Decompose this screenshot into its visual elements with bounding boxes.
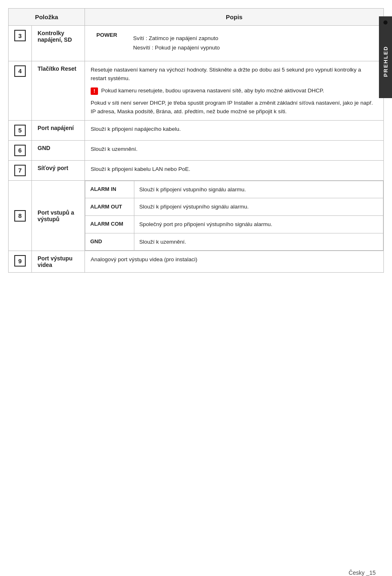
row4-desc: Resetuje nastavení kamery na výchozí hod… (85, 61, 384, 120)
num-badge-3: 3 (14, 30, 26, 41)
alarm-out-desc: Slouží k připojení výstupního signálu al… (134, 198, 383, 216)
side-tab: PREHLED (379, 16, 392, 98)
alarm-row-gnd: GND Slouží k uzemnění. (85, 233, 383, 251)
page-footer: Česky _15 (349, 569, 376, 576)
table-row: 8 Port vstupů a výstupů ALARM IN Slouží … (9, 180, 384, 251)
alarm-table: ALARM IN Slouží k připojení vstupního si… (85, 181, 383, 251)
alarm-gnd-label: GND (85, 233, 134, 251)
col-header-popis: Popis (85, 9, 384, 26)
row8-label: Port vstupů a výstupů (32, 180, 85, 251)
num-badge-4: 4 (14, 65, 26, 77)
alarm-in-desc: Slouží k připojení vstupního signálu ala… (134, 181, 383, 198)
num-badge-6: 6 (14, 145, 26, 156)
power-label: POWER (91, 30, 127, 57)
alarm-row-com: ALARM COM Společný port pro připojení vý… (85, 216, 383, 233)
row6-label: GND (32, 140, 85, 160)
table-row: 5 Port napájení Slouží k připojení napáj… (9, 120, 384, 140)
col-header-item: Položka (9, 9, 85, 26)
warning-icon: ! (91, 87, 98, 95)
row5-desc: Slouží k připojení napájecího kabelu. (85, 120, 384, 140)
page-container: PREHLED Položka Popis 3 Kontrolkynapájen… (0, 8, 392, 576)
table-row: 4 Tlačítko Reset Resetuje nastavení kame… (9, 61, 384, 120)
num-badge-5: 5 (14, 125, 26, 136)
alarm-com-desc: Společný port pro připojení výstupního s… (134, 216, 383, 233)
num-badge-8: 8 (14, 210, 26, 222)
row3-desc: POWER Svítí : Zatímco je napájení zapnut… (85, 26, 384, 61)
alarm-row-in: ALARM IN Slouží k připojení vstupního si… (85, 181, 383, 198)
table-row: 9 Port výstupu videa Analogový port výst… (9, 251, 384, 273)
main-table: Položka Popis 3 Kontrolkynapájení, SD PO… (8, 8, 384, 273)
alarm-out-label: ALARM OUT (85, 198, 134, 216)
alarm-com-label: ALARM COM (85, 216, 134, 233)
side-tab-text: PREHLED (383, 46, 389, 77)
table-row: 3 Kontrolkynapájení, SD POWER Svítí : Za… (9, 26, 384, 61)
row5-num: 5 (9, 120, 32, 140)
num-badge-7: 7 (14, 165, 26, 176)
page-number: Česky _15 (349, 569, 376, 576)
power-desc: Svítí : Zatímco je napájení zapnuto Nesv… (127, 30, 378, 57)
alarm-row-out: ALARM OUT Slouží k připojení výstupního … (85, 198, 383, 216)
row6-desc: Slouží k uzemnění. (85, 140, 384, 160)
row8-num: 8 (9, 180, 32, 251)
row9-num: 9 (9, 251, 32, 273)
row9-label: Port výstupu videa (32, 251, 85, 273)
row7-num: 7 (9, 160, 32, 180)
row9-desc: Analogový port výstupu videa (pro instal… (85, 251, 384, 273)
side-tab-dot (383, 20, 388, 25)
row4-num: 4 (9, 61, 32, 120)
row4-label: Tlačítko Reset (32, 61, 85, 120)
row3-label: Kontrolkynapájení, SD (32, 26, 85, 61)
row3-num: 3 (9, 26, 32, 61)
row6-num: 6 (9, 140, 32, 160)
table-row: 6 GND Slouží k uzemnění. (9, 140, 384, 160)
row7-desc: Slouží k připojení kabelu LAN nebo PoE. (85, 160, 384, 180)
row5-label: Port napájení (32, 120, 85, 140)
alarm-gnd-desc: Slouží k uzemnění. (134, 233, 383, 251)
num-badge-9: 9 (14, 255, 26, 267)
row8-desc: ALARM IN Slouží k připojení vstupního si… (85, 180, 384, 251)
row7-label: Síťový port (32, 160, 85, 180)
alarm-in-label: ALARM IN (85, 181, 134, 198)
table-row: 7 Síťový port Slouží k připojení kabelu … (9, 160, 384, 180)
